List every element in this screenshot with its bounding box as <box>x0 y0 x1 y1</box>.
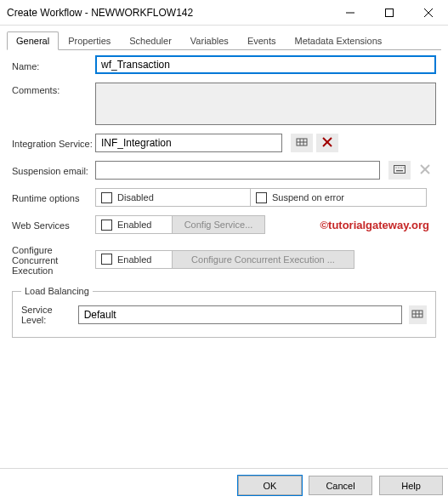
clear-service-button[interactable] <box>316 134 338 152</box>
maximize-button[interactable] <box>370 0 409 26</box>
watermark-text: ©tutorialgateway.org <box>320 219 429 231</box>
comments-textarea[interactable] <box>95 83 436 125</box>
window-title: Create Workflow - NEWWORKFLOW142 <box>0 7 331 19</box>
concurrent-enabled-checkbox[interactable]: Enabled <box>95 250 172 269</box>
svg-rect-15 <box>396 170 403 171</box>
browse-service-button[interactable] <box>291 134 313 152</box>
integration-service-label: Integration Service: <box>12 136 95 149</box>
close-icon <box>420 164 430 176</box>
clear-email-button[interactable] <box>414 161 436 180</box>
minimize-button[interactable] <box>331 0 370 26</box>
ok-button[interactable]: OK <box>238 476 302 495</box>
service-level-label: Service Level: <box>21 305 78 325</box>
titlebar: Create Workflow - NEWWORKFLOW142 <box>0 0 448 26</box>
email-options-button[interactable] <box>388 161 411 180</box>
web-services-label: Web Services <box>12 218 95 231</box>
comments-label: Comments: <box>12 83 95 95</box>
close-icon <box>322 137 332 149</box>
footer: OK Cancel Help <box>0 468 448 502</box>
suspend-on-error-label: Suspend on error <box>272 192 344 203</box>
checkbox-icon <box>101 192 112 203</box>
suspension-email-input[interactable] <box>95 161 380 180</box>
load-balancing-legend: Load Balancing <box>21 286 93 296</box>
name-label: Name: <box>12 59 95 71</box>
svg-point-11 <box>395 167 396 168</box>
browse-icon <box>411 308 423 322</box>
svg-rect-1 <box>386 9 394 16</box>
cancel-button[interactable]: Cancel <box>309 476 372 495</box>
concurrent-execution-label: Configure Concurrent Execution <box>12 242 95 276</box>
disabled-checkbox[interactable]: Disabled <box>95 188 250 207</box>
checkbox-icon <box>101 254 112 265</box>
name-input[interactable] <box>95 55 436 74</box>
svg-rect-10 <box>394 166 405 174</box>
load-balancing-group: Load Balancing Service Level: <box>12 286 436 338</box>
concurrent-enabled-label: Enabled <box>117 254 151 265</box>
integration-service-input[interactable] <box>95 134 282 152</box>
config-service-button[interactable]: Config Service... <box>172 215 265 234</box>
svg-point-12 <box>398 167 399 168</box>
help-button[interactable]: Help <box>379 476 443 495</box>
runtime-options-label: Runtime options <box>12 191 95 203</box>
keyboard-icon <box>394 165 405 175</box>
svg-point-14 <box>403 167 404 168</box>
general-panel: Name: Comments: Integration Service: <box>0 47 448 466</box>
browse-icon <box>296 136 308 150</box>
suspension-email-label: Suspension email: <box>12 163 95 176</box>
checkbox-icon <box>101 220 112 231</box>
checkbox-icon <box>256 192 267 203</box>
web-services-enabled-label: Enabled <box>117 220 151 230</box>
suspend-on-error-checkbox[interactable]: Suspend on error <box>250 188 427 207</box>
web-services-enabled-checkbox[interactable]: Enabled <box>95 215 172 234</box>
svg-point-13 <box>400 167 401 168</box>
configure-concurrent-button[interactable]: Configure Concurrent Execution ... <box>172 250 354 269</box>
disabled-checkbox-label: Disabled <box>117 192 154 203</box>
service-level-input[interactable] <box>78 305 402 324</box>
service-level-browse-button[interactable] <box>409 305 427 324</box>
close-button[interactable] <box>409 0 448 26</box>
